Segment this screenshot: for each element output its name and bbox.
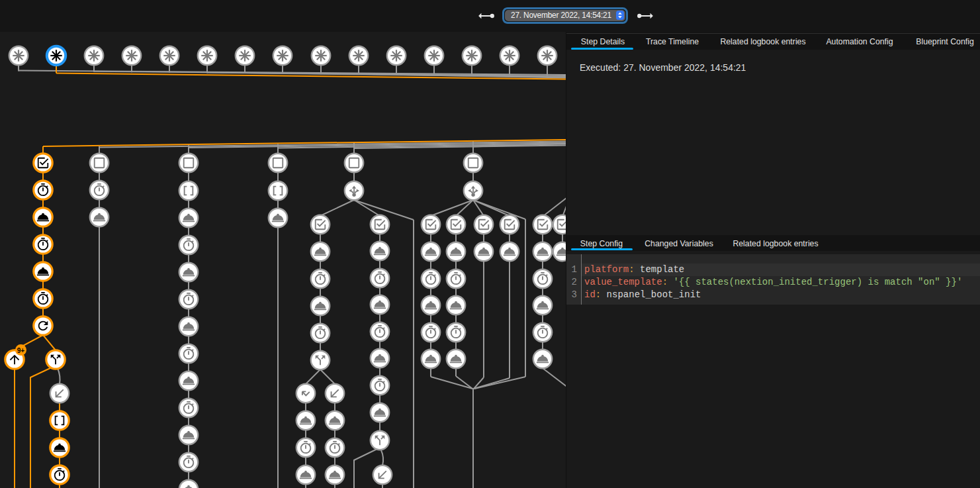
svg-text:9+: 9+ xyxy=(17,347,25,354)
